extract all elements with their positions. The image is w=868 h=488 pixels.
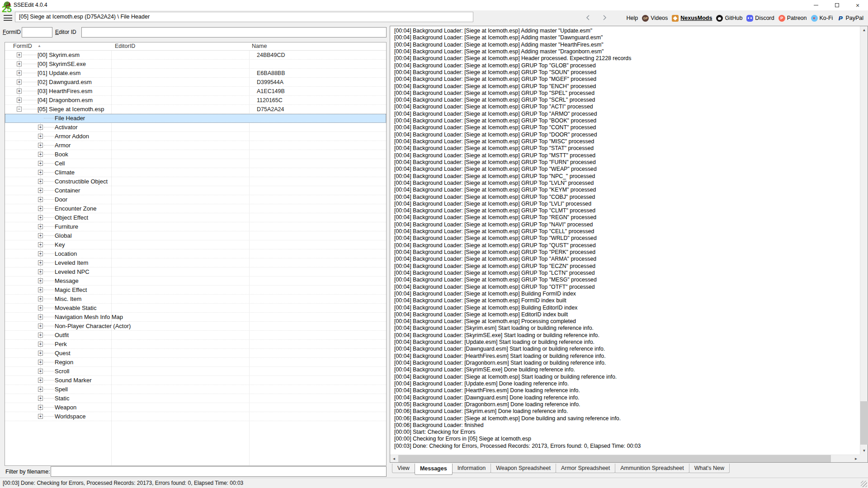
tab-what-s-new[interactable]: What's New [689,464,730,473]
tree-row[interactable]: +Container [5,186,386,195]
toolbar-link-patreon[interactable]: PPatreon [778,15,807,22]
tree-row[interactable]: +Weapon [5,403,386,412]
tree-row[interactable]: +[04] Dragonborn.esm1120165C [5,96,386,105]
tree-row[interactable]: +[00] Skyrim.esm24BB49CD [5,51,386,60]
tab-messages[interactable]: Messages [415,464,453,475]
toolbar-link-help[interactable]: Help [618,15,638,22]
expand-plus-icon[interactable]: + [38,251,43,256]
expand-plus-icon[interactable]: + [38,224,43,229]
expand-plus-icon[interactable]: + [38,396,43,401]
tree-row[interactable]: +Cell [5,159,386,168]
filename-filter-input[interactable] [51,466,387,477]
expand-plus-icon[interactable]: + [38,260,43,265]
column-header-formid[interactable]: FormID [13,43,32,49]
expand-plus-icon[interactable]: + [38,134,43,139]
breadcrumb[interactable]: [05] Siege at Icemoth.esp (D75A2A24) \ F… [15,12,473,22]
tree-row[interactable]: +Armor Addon [5,132,386,141]
nav-forward-button[interactable] [600,14,609,22]
expand-plus-icon[interactable]: + [38,287,43,292]
resize-grip[interactable] [861,481,867,487]
formid-input[interactable] [22,27,52,38]
tree-row[interactable]: +Region [5,358,386,367]
column-header-editorid[interactable]: EditorID [115,43,135,49]
maximize-button[interactable] [826,0,847,10]
toolbar-link-discord[interactable]: Discord [746,15,774,22]
expand-plus-icon[interactable]: + [17,52,22,57]
tab-information[interactable]: Information [452,464,491,473]
expand-plus-icon[interactable]: + [38,206,43,211]
expand-plus-icon[interactable]: + [38,405,43,410]
nav-back-button[interactable] [584,14,592,22]
tree-row[interactable]: +[01] Update.esmE6BA88BB [5,69,386,78]
expand-plus-icon[interactable]: + [17,89,22,94]
tree-row[interactable]: +[03] HearthFires.esmA1EC149B [5,87,386,96]
expand-plus-icon[interactable]: + [38,278,43,283]
scroll-left-icon[interactable]: ◄ [390,455,398,463]
tree-row[interactable]: +Misc. Item [5,295,386,304]
expand-plus-icon[interactable]: + [38,342,43,347]
tree-row[interactable]: +Worldspace [5,412,386,421]
expand-plus-icon[interactable]: + [38,414,43,419]
toolbar-link-github[interactable]: GitHub [716,15,742,22]
close-button[interactable]: × [847,0,868,10]
expand-plus-icon[interactable]: + [38,188,43,193]
tree-row[interactable]: +Perk [5,340,386,349]
expand-plus-icon[interactable]: + [38,170,43,175]
editorid-input[interactable] [81,27,387,38]
vertical-scroll-thumb[interactable] [860,401,868,445]
tree-row[interactable]: +Leveled Item [5,258,386,267]
expand-plus-icon[interactable]: + [38,197,43,202]
tab-view[interactable]: View [392,464,415,473]
expand-plus-icon[interactable]: + [38,242,43,247]
tree-row[interactable]: +Sound Marker [5,376,386,385]
tree-row[interactable]: File Header [5,114,386,123]
expand-plus-icon[interactable]: + [38,369,43,374]
toolbar-link-paypal[interactable]: PPayPal [837,15,863,22]
expand-plus-icon[interactable]: + [38,305,43,310]
tree-row[interactable]: +Door [5,195,386,204]
tree-row[interactable]: +Furniture [5,222,386,231]
tree-row[interactable]: +Armor [5,141,386,150]
tree-row[interactable]: +Message [5,277,386,286]
tree-row[interactable]: +Activator [5,123,386,132]
tree-row[interactable]: +Encounter Zone [5,204,386,213]
expand-plus-icon[interactable]: + [38,143,43,148]
tree-row[interactable]: +Global [5,231,386,240]
horizontal-scrollbar[interactable]: ◄ ► [390,455,860,462]
tree-row[interactable]: +Object Effect [5,213,386,222]
tree-row[interactable]: +[00] SkyrimSE.exe [5,60,386,69]
tree-row[interactable]: +Magic Effect [5,286,386,295]
tree-row[interactable]: +Leveled NPC [5,267,386,277]
expand-plus-icon[interactable]: + [38,387,43,392]
scroll-down-icon[interactable]: ▼ [860,447,868,455]
column-header-name[interactable]: Name [252,43,267,49]
tree-row[interactable]: +[02] Dawnguard.esmD399544A [5,78,386,87]
horizontal-scroll-thumb[interactable] [398,455,831,462]
expand-plus-icon[interactable]: + [17,70,22,75]
expand-plus-icon[interactable]: + [38,152,43,157]
expand-plus-icon[interactable]: + [38,360,43,365]
tree-row[interactable]: +Climate [5,168,386,177]
tab-armor-spreadsheet[interactable]: Armor Spreadsheet [556,464,615,473]
expand-plus-icon[interactable]: + [38,324,43,328]
tree-row[interactable]: +Non-Player Character (Actor) [5,322,386,331]
expand-plus-icon[interactable]: + [38,269,43,274]
tree-row[interactable]: +Navigation Mesh Info Map [5,313,386,322]
tree-row[interactable]: −[05] Siege at Icemoth.espD75A2A24 [5,105,386,114]
toolbar-link-nexusmods[interactable]: NexusMods [672,15,712,22]
expand-plus-icon[interactable]: + [38,215,43,220]
scroll-right-icon[interactable]: ► [852,455,860,463]
tree-row[interactable]: +Constructible Object [5,177,386,186]
expand-plus-icon[interactable]: + [38,314,43,319]
expand-plus-icon[interactable]: + [17,98,22,103]
tree-row[interactable]: +Quest [5,349,386,358]
tab-weapon-spreadsheet[interactable]: Weapon Spreadsheet [491,464,556,473]
expand-plus-icon[interactable]: + [17,80,22,84]
scroll-up-icon[interactable]: ▲ [860,26,868,34]
vertical-scrollbar[interactable]: ▲ ▼ [860,26,868,455]
tab-ammunition-spreadsheet[interactable]: Ammunition Spreadsheet [615,464,689,473]
expand-plus-icon[interactable]: + [17,61,22,66]
expand-plus-icon[interactable]: + [38,351,43,356]
minimize-button[interactable] [806,0,826,10]
toolbar-link-videos[interactable]: GPVideos [642,15,668,22]
